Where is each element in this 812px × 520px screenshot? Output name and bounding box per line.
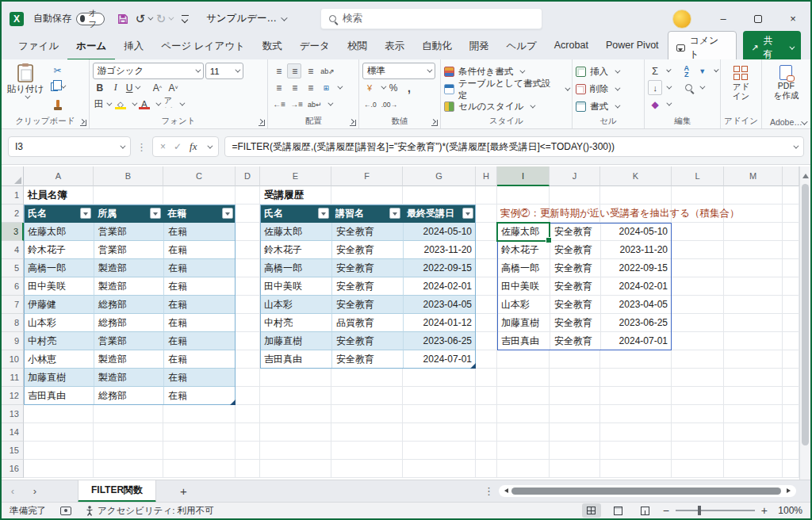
enter-icon[interactable]: ✓	[174, 141, 182, 152]
cell[interactable]: 安全教育	[331, 332, 403, 350]
column-header-B[interactable]: B	[94, 166, 163, 186]
fill-color-button[interactable]: ◇	[113, 97, 128, 112]
cell[interactable]: 2024-02-01	[403, 277, 476, 296]
cell[interactable]: 安全教育	[331, 277, 403, 296]
save-button[interactable]	[113, 9, 132, 29]
sheet-grid[interactable]: ABCDEFGHIJKLM12345678910111213141516社員名簿…	[2, 166, 799, 480]
sheet-tab-active[interactable]: FILTER関数	[78, 480, 156, 503]
column-header-H[interactable]: H	[476, 166, 497, 186]
filter-dropdown-icon[interactable]	[150, 208, 161, 219]
cell[interactable]: 総務部	[94, 314, 163, 332]
cell[interactable]: 在籍	[163, 369, 236, 387]
ribbon-tab-データ[interactable]: データ	[291, 35, 339, 61]
font-name-select[interactable]: 游ゴシック	[93, 63, 204, 79]
delete-cells-button[interactable]: 削除	[576, 82, 641, 97]
underline-button[interactable]: U	[124, 80, 141, 95]
cell[interactable]: 2024-01-12	[403, 314, 476, 332]
cell[interactable]: 在籍	[163, 332, 236, 350]
cell[interactable]: 中村亮	[24, 332, 94, 350]
name-box[interactable]: I3	[8, 136, 131, 157]
autosave-control[interactable]: 自動保存 オフ	[33, 12, 105, 25]
row-header-1[interactable]: 1	[2, 186, 24, 205]
cell[interactable]: 営業部	[94, 332, 163, 350]
prev-sheet-icon[interactable]: ‹	[2, 485, 24, 497]
select-all-corner[interactable]	[2, 166, 24, 186]
row-header-5[interactable]: 5	[2, 259, 24, 277]
paste-button[interactable]: 貼り付け	[5, 63, 46, 111]
cell[interactable]: 小林恵	[24, 350, 94, 369]
ribbon-tab-開発[interactable]: 開発	[460, 35, 497, 61]
search-input[interactable]: 検索	[320, 8, 542, 29]
scroll-up-icon[interactable]	[802, 170, 809, 178]
ribbon-tab-ファイル[interactable]: ファイル	[10, 35, 67, 61]
cell[interactable]: 加藤直樹	[24, 369, 94, 387]
copy-button[interactable]	[49, 79, 66, 94]
formula-input[interactable]: =FILTER(受講履歴,(受講履歴[講習名]="安全教育")*(受講履歴[最終…	[224, 136, 804, 157]
horizontal-scroll-thumb[interactable]	[511, 488, 781, 495]
zoom-slider-thumb[interactable]	[698, 506, 701, 515]
result-cell[interactable]: 山本彩	[497, 296, 550, 314]
filter-dropdown-icon[interactable]	[222, 208, 233, 219]
cell[interactable]: 山本彩	[260, 296, 331, 314]
result-cell[interactable]: 2023-06-25	[600, 314, 672, 332]
comma-format-button[interactable]: ,	[402, 80, 416, 95]
column-filter-header-講習名[interactable]: 講習名	[331, 205, 403, 223]
cell[interactable]: 吉田真由	[24, 387, 94, 405]
filter-dropdown-icon[interactable]	[80, 208, 91, 219]
column-header-partial[interactable]	[783, 166, 799, 186]
autosum-button[interactable]: Σ	[648, 63, 662, 78]
italic-button[interactable]: I	[109, 80, 123, 95]
format-cells-button[interactable]: 書式	[576, 99, 641, 114]
cell[interactable]: 在籍	[163, 314, 236, 332]
cell[interactable]: 田中美咲	[260, 277, 331, 296]
cut-button[interactable]: ✂	[49, 63, 66, 78]
align-left-button[interactable]: ≡	[271, 80, 285, 95]
cell[interactable]: 在籍	[163, 259, 236, 277]
column-header-F[interactable]: F	[331, 166, 403, 186]
cell[interactable]: 総務部	[94, 387, 163, 405]
decrease-font-button[interactable]: A˅	[166, 80, 180, 95]
column-header-D[interactable]: D	[236, 166, 260, 186]
cell[interactable]: 佐藤太郎	[24, 223, 94, 241]
result-cell[interactable]: 安全教育	[550, 332, 600, 350]
font-color-button[interactable]: A	[137, 97, 151, 112]
accessibility-status[interactable]: アクセシビリティ: 利用不可	[86, 505, 214, 517]
ribbon-tab-自動化[interactable]: 自動化	[413, 35, 461, 61]
column-filter-header-最終受講日[interactable]: 最終受講日	[403, 205, 476, 223]
wrap-text-button[interactable]: ab↵	[306, 97, 324, 112]
number-dialog-launcher-icon[interactable]	[431, 120, 438, 126]
cell[interactable]: 鈴木花子	[260, 241, 331, 259]
cell[interactable]: 安全教育	[331, 350, 403, 369]
zoom-out-button[interactable]: −	[663, 504, 669, 517]
cell[interactable]: 在籍	[163, 277, 236, 296]
increase-indent-button[interactable]: →≡	[289, 97, 304, 112]
result-cell[interactable]: 吉田真由	[497, 332, 550, 350]
clear-button[interactable]: ◆	[648, 97, 662, 112]
result-cell[interactable]: 安全教育	[550, 259, 600, 277]
ribbon-tab-ページ レイアウト[interactable]: ページ レイアウト	[152, 35, 254, 61]
column-header-I[interactable]: I	[497, 166, 550, 186]
column-header-A[interactable]: A	[24, 166, 94, 186]
result-cell[interactable]: 安全教育	[550, 314, 600, 332]
cell[interactable]: 鈴木花子	[24, 241, 94, 259]
clipboard-dialog-launcher-icon[interactable]	[80, 120, 86, 126]
vertical-scrollbar[interactable]	[799, 166, 810, 480]
excel-logo-icon[interactable]: X	[10, 12, 24, 26]
decrease-decimal-button[interactable]: .00→	[380, 97, 399, 112]
cell[interactable]: 安全教育	[331, 296, 403, 314]
result-cell[interactable]: 田中美咲	[497, 277, 550, 296]
scroll-left-icon[interactable]	[502, 488, 508, 493]
cell[interactable]: 2024-07-01	[403, 350, 476, 369]
cell[interactable]: 佐藤太郎	[260, 223, 331, 241]
redo-button[interactable]: ↻	[155, 9, 174, 29]
result-cell[interactable]: 加藤直樹	[497, 314, 550, 332]
insert-function-icon[interactable]: fx	[190, 140, 197, 153]
vertical-scroll-thumb[interactable]	[802, 184, 809, 445]
cell[interactable]: 在籍	[163, 223, 236, 241]
result-cell[interactable]: 佐藤太郎	[497, 223, 550, 241]
cell[interactable]: 2022-09-15	[403, 259, 476, 277]
result-cell[interactable]: 2022-09-15	[600, 259, 672, 277]
result-cell[interactable]: 2023-11-20	[600, 241, 672, 259]
cell-styles-button[interactable]: セルのスタイル	[444, 99, 569, 114]
bold-button[interactable]: B	[93, 80, 107, 95]
